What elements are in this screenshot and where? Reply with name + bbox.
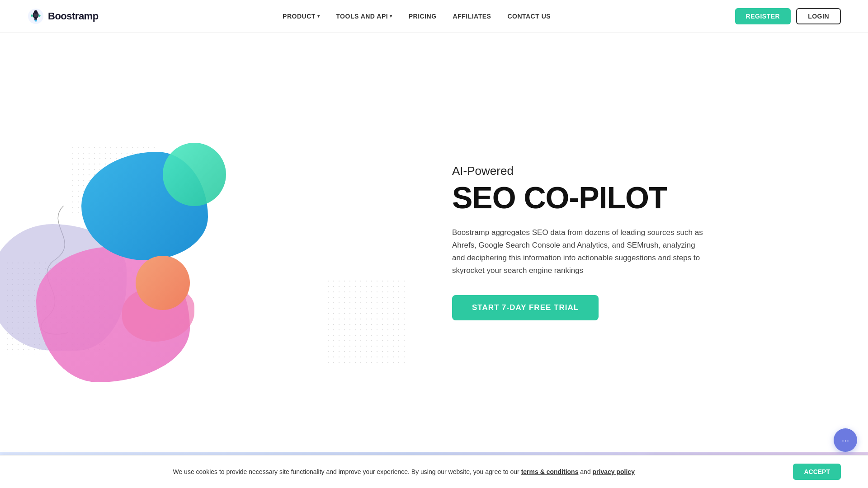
cookie-terms-link[interactable]: terms & conditions — [521, 468, 579, 475]
hero-title: SEO CO-PILOT — [452, 182, 832, 214]
svg-rect-5 — [35, 19, 37, 21]
cookie-text: We use cookies to provide necessary site… — [27, 468, 780, 475]
cookie-and: and — [580, 468, 590, 475]
hero-section: AI-Powered SEO CO-PILOT Boostramp aggreg… — [0, 33, 868, 452]
nav-affiliates[interactable]: AFFILIATES — [453, 13, 491, 20]
trial-button[interactable]: START 7-DAY FREE TRIAL — [452, 295, 599, 320]
cookie-banner: We use cookies to provide necessary site… — [0, 455, 868, 488]
tools-caret: ▾ — [390, 14, 392, 19]
blob-teal — [163, 143, 226, 206]
product-caret: ▾ — [317, 14, 320, 19]
hero-subtitle: AI-Powered — [452, 164, 832, 178]
cookie-message: We use cookies to provide necessary site… — [173, 468, 519, 475]
logo-icon — [27, 8, 44, 25]
nav-tools[interactable]: TOOLS AND API ▾ — [336, 13, 392, 20]
hero-content: AI-Powered SEO CO-PILOT Boostramp aggreg… — [434, 146, 868, 339]
chat-icon: ··· — [842, 435, 849, 446]
register-button[interactable]: REGISTER — [735, 8, 791, 24]
nav-links: PRODUCT ▾ TOOLS AND API ▾ PRICING AFFILI… — [283, 13, 551, 20]
cookie-privacy-link[interactable]: privacy policy — [593, 468, 635, 475]
logo-text: Boostramp — [48, 10, 99, 22]
nav-actions: REGISTER LOGIN — [735, 8, 841, 24]
nav-contact[interactable]: CONTACT US — [507, 13, 551, 20]
blob-salmon — [136, 256, 190, 310]
nav-product[interactable]: PRODUCT ▾ — [283, 13, 320, 20]
dot-pattern-bottom-right — [326, 278, 407, 364]
navbar: Boostramp PRODUCT ▾ TOOLS AND API ▾ PRIC… — [0, 0, 868, 33]
login-button[interactable]: LOGIN — [796, 8, 841, 24]
nav-pricing[interactable]: PRICING — [409, 13, 437, 20]
chat-widget[interactable]: ··· — [834, 428, 857, 452]
svg-point-3 — [34, 10, 38, 14]
hero-illustration — [0, 116, 434, 369]
logo-link[interactable]: Boostramp — [27, 8, 99, 25]
accept-button[interactable]: ACCEPT — [793, 464, 841, 480]
hero-description: Boostramp aggregates SEO data from dozen… — [452, 226, 705, 277]
